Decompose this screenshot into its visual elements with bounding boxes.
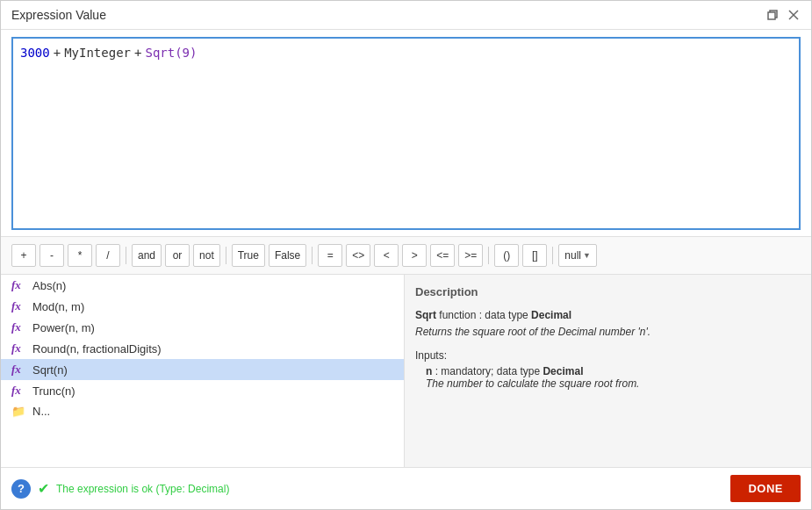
or-button[interactable]: or xyxy=(165,244,190,267)
list-item[interactable]: fx Mod(n, m) xyxy=(1,296,404,317)
func-name: Sqrt function : data type Decimal xyxy=(415,309,571,321)
bottom-section: fx Abs(n) fx Mod(n, m) fx Power(n, m) fx… xyxy=(1,275,811,467)
description-panel: Description Sqrt function : data type De… xyxy=(405,275,811,467)
expr-number: 3000 xyxy=(20,46,50,60)
list-item[interactable]: fx Power(n, m) xyxy=(1,317,404,338)
fx-icon: fx xyxy=(11,320,27,334)
help-button[interactable]: ? xyxy=(11,479,31,499)
title-bar: Expression Value xyxy=(1,1,811,30)
item-label: Power(n, m) xyxy=(32,321,95,334)
status-text: The expression is ok (Type: Decimal) xyxy=(56,483,229,495)
toolbar: + - * / and or not True False = <> < > <… xyxy=(1,236,811,275)
parens-button[interactable]: () xyxy=(494,244,519,267)
multiply-button[interactable]: * xyxy=(68,244,92,267)
dialog-title: Expression Value xyxy=(11,8,106,22)
param-name: n xyxy=(426,365,432,377)
gte-button[interactable]: >= xyxy=(458,244,483,267)
restore-button[interactable] xyxy=(765,8,780,22)
equals-button[interactable]: = xyxy=(318,244,342,267)
svg-rect-0 xyxy=(768,12,775,19)
list-item[interactable]: fx Abs(n) xyxy=(1,275,404,296)
description-title: Description xyxy=(415,285,801,298)
param-row: n : mandatory; data type Decimal The num… xyxy=(415,365,801,390)
title-bar-buttons xyxy=(765,8,801,22)
list-item[interactable]: fx Round(n, fractionalDigits) xyxy=(1,338,404,359)
expr-var: MyInteger xyxy=(64,46,131,60)
fx-icon: fx xyxy=(11,278,27,292)
expr-op-1: + xyxy=(54,46,61,60)
and-button[interactable]: and xyxy=(132,244,162,267)
done-button[interactable]: DONE xyxy=(730,475,801,502)
expression-text: 3000 + MyInteger + Sqrt(9) xyxy=(20,46,792,60)
fx-icon: fx xyxy=(11,341,27,356)
null-arrow-icon: ▼ xyxy=(583,251,591,260)
expr-func: Sqrt(9) xyxy=(145,46,197,60)
status-ok-icon: ✔ xyxy=(38,480,49,497)
fx-icon: fx xyxy=(11,299,27,313)
fx-icon: fx xyxy=(11,384,27,398)
item-label: Mod(n, m) xyxy=(32,300,84,313)
item-label-n: N... xyxy=(32,405,50,418)
minus-button[interactable]: - xyxy=(40,244,64,267)
null-button[interactable]: null ▼ xyxy=(558,244,597,267)
sep-5 xyxy=(552,247,553,264)
status-bar: ? ✔ The expression is ok (Type: Decimal)… xyxy=(1,467,811,509)
sep-4 xyxy=(488,247,489,264)
lte-button[interactable]: <= xyxy=(430,244,455,267)
expr-op-2: + xyxy=(134,46,141,60)
null-label: null xyxy=(564,249,581,262)
folder-icon: 📁 xyxy=(11,405,27,418)
not-equal-button[interactable]: <> xyxy=(346,244,370,267)
sep-3 xyxy=(312,247,313,264)
less-button[interactable]: < xyxy=(374,244,399,267)
list-item[interactable]: fx Trunc(n) xyxy=(1,380,404,401)
close-button[interactable] xyxy=(787,8,801,22)
editor-area: 3000 + MyInteger + Sqrt(9) xyxy=(1,30,811,236)
func-detail: Returns the square root of the Decimal n… xyxy=(415,326,650,338)
expression-value-dialog: Expression Value 3000 + MyInteger xyxy=(0,0,812,510)
brackets-button[interactable]: [] xyxy=(522,244,547,267)
description-inputs: Inputs: n : mandatory; data type Decimal… xyxy=(415,349,801,390)
false-button[interactable]: False xyxy=(269,244,306,267)
sep-1 xyxy=(126,247,126,264)
not-button[interactable]: not xyxy=(193,244,220,267)
sep-2 xyxy=(226,247,226,264)
function-list: fx Abs(n) fx Mod(n, m) fx Power(n, m) fx… xyxy=(1,275,405,467)
item-label-sqrt: Sqrt(n) xyxy=(32,363,68,377)
item-label: Trunc(n) xyxy=(32,384,75,398)
list-item-folder[interactable]: 📁 N... xyxy=(1,401,404,421)
param-detail: The number to calculate the square root … xyxy=(426,377,639,390)
divide-button[interactable]: / xyxy=(96,244,120,267)
true-button[interactable]: True xyxy=(232,244,265,267)
inputs-label: Inputs: xyxy=(415,349,801,362)
item-label: Round(n, fractionalDigits) xyxy=(32,342,162,356)
item-label: Abs(n) xyxy=(32,279,66,292)
plus-button[interactable]: + xyxy=(11,244,36,267)
expression-editor[interactable]: 3000 + MyInteger + Sqrt(9) xyxy=(11,37,801,230)
param-desc: : mandatory; data type Decimal xyxy=(435,365,584,377)
status-left: ? ✔ The expression is ok (Type: Decimal) xyxy=(11,479,229,499)
greater-button[interactable]: > xyxy=(402,244,427,267)
list-item-sqrt[interactable]: fx Sqrt(n) xyxy=(1,359,404,380)
description-content: Sqrt function : data type Decimal Return… xyxy=(415,307,801,341)
fx-icon: fx xyxy=(11,363,27,377)
